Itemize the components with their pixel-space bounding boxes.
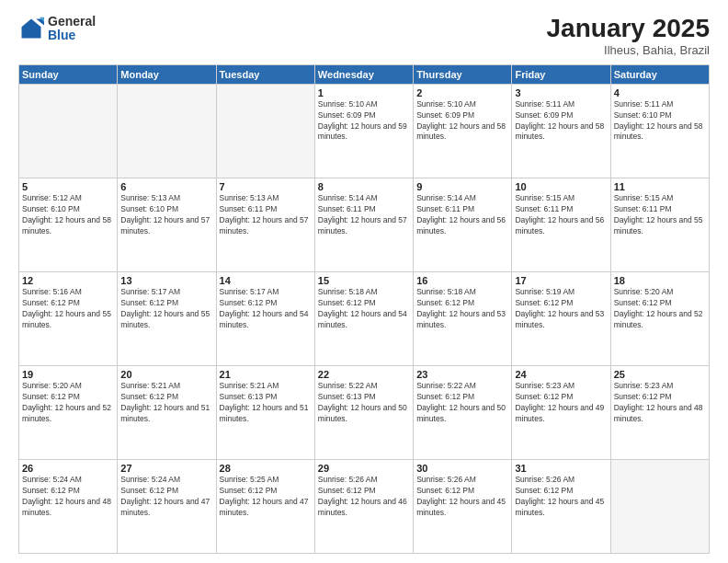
table-cell: 25Sunrise: 5:23 AMSunset: 6:12 PMDayligh… (610, 365, 709, 459)
header-friday: Friday (512, 64, 610, 84)
day-number: 1 (318, 87, 410, 98)
logo: General Blue (18, 15, 96, 43)
month-title: January 2025 (547, 15, 710, 43)
day-detail: Sunrise: 5:17 AMSunset: 6:12 PMDaylight:… (220, 287, 312, 331)
table-cell: 23Sunrise: 5:22 AMSunset: 6:12 PMDayligh… (414, 365, 512, 459)
day-detail: Sunrise: 5:19 AMSunset: 6:12 PMDaylight:… (515, 287, 607, 331)
day-detail: Sunrise: 5:12 AMSunset: 6:10 PMDaylight:… (22, 193, 114, 237)
day-detail: Sunrise: 5:26 AMSunset: 6:12 PMDaylight:… (515, 475, 607, 519)
header-tuesday: Tuesday (216, 64, 314, 84)
day-detail: Sunrise: 5:16 AMSunset: 6:12 PMDaylight:… (22, 287, 114, 331)
day-detail: Sunrise: 5:13 AMSunset: 6:10 PMDaylight:… (120, 193, 212, 237)
table-cell: 16Sunrise: 5:18 AMSunset: 6:12 PMDayligh… (414, 271, 512, 365)
table-cell: 2Sunrise: 5:10 AMSunset: 6:09 PMDaylight… (414, 84, 512, 178)
table-cell: 27Sunrise: 5:24 AMSunset: 6:12 PMDayligh… (118, 459, 216, 553)
table-cell: 11Sunrise: 5:15 AMSunset: 6:11 PMDayligh… (610, 178, 709, 271)
day-detail: Sunrise: 5:10 AMSunset: 6:09 PMDaylight:… (318, 99, 410, 144)
day-detail: Sunrise: 5:25 AMSunset: 6:12 PMDaylight:… (220, 475, 312, 519)
svg-marker-0 (22, 19, 41, 39)
day-detail: Sunrise: 5:22 AMSunset: 6:12 PMDaylight:… (416, 381, 508, 425)
logo-icon (18, 16, 44, 41)
day-number: 5 (22, 181, 114, 192)
day-detail: Sunrise: 5:21 AMSunset: 6:12 PMDaylight:… (120, 381, 212, 425)
table-cell (216, 84, 314, 178)
day-number: 13 (120, 275, 212, 286)
table-cell: 3Sunrise: 5:11 AMSunset: 6:09 PMDaylight… (512, 84, 610, 178)
day-number: 9 (416, 181, 508, 192)
day-detail: Sunrise: 5:20 AMSunset: 6:12 PMDaylight:… (22, 381, 114, 425)
table-cell: 8Sunrise: 5:14 AMSunset: 6:11 PMDaylight… (314, 178, 413, 271)
day-number: 21 (220, 369, 312, 380)
day-detail: Sunrise: 5:17 AMSunset: 6:12 PMDaylight:… (120, 287, 212, 331)
day-number: 3 (515, 87, 607, 98)
header-thursday: Thursday (414, 64, 512, 84)
table-cell: 4Sunrise: 5:11 AMSunset: 6:10 PMDaylight… (610, 84, 709, 178)
day-detail: Sunrise: 5:18 AMSunset: 6:12 PMDaylight:… (416, 287, 508, 331)
day-number: 12 (22, 275, 114, 286)
page: General Blue January 2025 Ilheus, Bahia,… (0, 0, 728, 563)
day-number: 16 (416, 275, 508, 286)
table-cell: 17Sunrise: 5:19 AMSunset: 6:12 PMDayligh… (512, 271, 610, 365)
logo-blue-text: Blue (48, 29, 96, 42)
header-wednesday: Wednesday (314, 64, 413, 84)
table-cell: 31Sunrise: 5:26 AMSunset: 6:12 PMDayligh… (512, 459, 610, 553)
table-cell: 6Sunrise: 5:13 AMSunset: 6:10 PMDaylight… (118, 178, 216, 271)
day-detail: Sunrise: 5:15 AMSunset: 6:11 PMDaylight:… (515, 193, 607, 237)
day-number: 20 (120, 369, 212, 380)
header: General Blue January 2025 Ilheus, Bahia,… (18, 15, 710, 57)
week-row-1: 1Sunrise: 5:10 AMSunset: 6:09 PMDaylight… (19, 84, 710, 178)
week-row-5: 26Sunrise: 5:24 AMSunset: 6:12 PMDayligh… (19, 459, 710, 553)
table-cell: 18Sunrise: 5:20 AMSunset: 6:12 PMDayligh… (610, 271, 709, 365)
day-number: 29 (318, 463, 410, 474)
week-row-3: 12Sunrise: 5:16 AMSunset: 6:12 PMDayligh… (19, 271, 710, 365)
table-cell (118, 84, 216, 178)
table-cell: 28Sunrise: 5:25 AMSunset: 6:12 PMDayligh… (216, 459, 314, 553)
day-number: 28 (220, 463, 312, 474)
day-number: 15 (318, 275, 410, 286)
table-cell: 1Sunrise: 5:10 AMSunset: 6:09 PMDaylight… (314, 84, 413, 178)
day-number: 27 (120, 463, 212, 474)
day-number: 31 (515, 463, 607, 474)
day-detail: Sunrise: 5:11 AMSunset: 6:09 PMDaylight:… (515, 99, 607, 144)
table-cell: 14Sunrise: 5:17 AMSunset: 6:12 PMDayligh… (216, 271, 314, 365)
day-detail: Sunrise: 5:23 AMSunset: 6:12 PMDaylight:… (614, 381, 706, 425)
header-monday: Monday (118, 64, 216, 84)
day-number: 14 (220, 275, 312, 286)
day-detail: Sunrise: 5:22 AMSunset: 6:13 PMDaylight:… (318, 381, 410, 425)
table-cell: 10Sunrise: 5:15 AMSunset: 6:11 PMDayligh… (512, 178, 610, 271)
day-number: 19 (22, 369, 114, 380)
calendar-table: Sunday Monday Tuesday Wednesday Thursday… (18, 64, 710, 554)
table-cell: 21Sunrise: 5:21 AMSunset: 6:13 PMDayligh… (216, 365, 314, 459)
week-row-4: 19Sunrise: 5:20 AMSunset: 6:12 PMDayligh… (19, 365, 710, 459)
weekday-header-row: Sunday Monday Tuesday Wednesday Thursday… (19, 64, 710, 84)
day-number: 6 (120, 181, 212, 192)
day-number: 18 (614, 275, 706, 286)
header-saturday: Saturday (610, 64, 709, 84)
table-cell: 19Sunrise: 5:20 AMSunset: 6:12 PMDayligh… (19, 365, 118, 459)
table-cell: 12Sunrise: 5:16 AMSunset: 6:12 PMDayligh… (19, 271, 118, 365)
day-detail: Sunrise: 5:20 AMSunset: 6:12 PMDaylight:… (614, 287, 706, 331)
day-number: 22 (318, 369, 410, 380)
title-block: January 2025 Ilheus, Bahia, Brazil (547, 15, 710, 57)
day-number: 17 (515, 275, 607, 286)
day-number: 4 (614, 87, 706, 98)
table-cell: 24Sunrise: 5:23 AMSunset: 6:12 PMDayligh… (512, 365, 610, 459)
day-number: 30 (416, 463, 508, 474)
day-detail: Sunrise: 5:24 AMSunset: 6:12 PMDaylight:… (120, 475, 212, 519)
day-number: 25 (614, 369, 706, 380)
table-cell: 13Sunrise: 5:17 AMSunset: 6:12 PMDayligh… (118, 271, 216, 365)
table-cell: 26Sunrise: 5:24 AMSunset: 6:12 PMDayligh… (19, 459, 118, 553)
week-row-2: 5Sunrise: 5:12 AMSunset: 6:10 PMDaylight… (19, 178, 710, 271)
day-number: 24 (515, 369, 607, 380)
day-detail: Sunrise: 5:10 AMSunset: 6:09 PMDaylight:… (416, 99, 508, 144)
day-number: 23 (416, 369, 508, 380)
logo-text: General Blue (48, 15, 96, 43)
day-detail: Sunrise: 5:18 AMSunset: 6:12 PMDaylight:… (318, 287, 410, 331)
day-detail: Sunrise: 5:15 AMSunset: 6:11 PMDaylight:… (614, 193, 706, 237)
day-detail: Sunrise: 5:14 AMSunset: 6:11 PMDaylight:… (318, 193, 410, 237)
day-detail: Sunrise: 5:24 AMSunset: 6:12 PMDaylight:… (22, 475, 114, 519)
table-cell: 9Sunrise: 5:14 AMSunset: 6:11 PMDaylight… (414, 178, 512, 271)
day-number: 7 (220, 181, 312, 192)
table-cell: 15Sunrise: 5:18 AMSunset: 6:12 PMDayligh… (314, 271, 413, 365)
day-detail: Sunrise: 5:21 AMSunset: 6:13 PMDaylight:… (220, 381, 312, 425)
